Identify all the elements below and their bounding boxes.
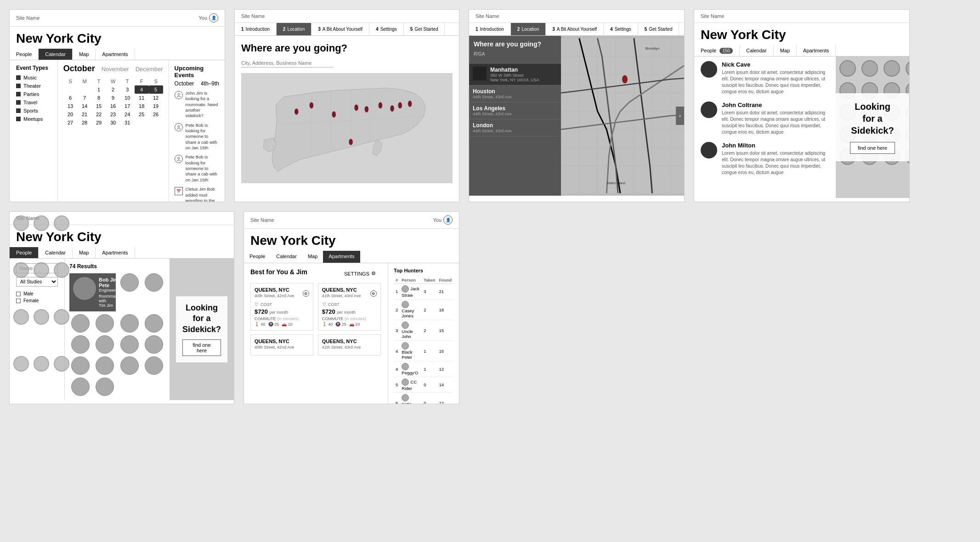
apt-icon-1: ⚙ [303,290,309,297]
event-parties[interactable]: Parties [16,91,51,97]
tab-location-3[interactable]: 2 Location [511,23,546,35]
panel2-header: Site Name [235,10,459,23]
location-houston[interactable]: Houston 44th Street, 43rd Ave [469,85,561,102]
location-input[interactable] [241,59,333,68]
find-sidekick-btn-5[interactable]: find one here [182,339,221,356]
promo-panel-5: Looking for a Sidekick? find one here [170,259,234,400]
location-los-angeles[interactable]: Los Angeles 44th Street, 43rd Ave [469,102,561,119]
apt-card-1[interactable]: QUEENS, NYC 40th Street, 42nd Ave ⚙ ♡ CO… [250,283,313,331]
nav-apartments-6[interactable]: Apartments [323,251,360,263]
user-icon-1: You 👤 [198,13,218,23]
apt-heart-2: ♡ COST [322,302,377,307]
loc-city-1: New York, NY 10018, USA [490,78,539,82]
apt-addr-3: 40th Street, 42nd Ave [255,345,309,350]
promo-text-4: Looking for a Sidekick? [842,101,903,136]
transit-map: Brooklyn Staten Island › [561,36,684,196]
hunter-avatar-4 [402,342,409,350]
tab-getstarted-3[interactable]: 5 Get Started [638,23,680,35]
tab-settings-2[interactable]: 4 Settings [369,23,404,35]
tab-getstarted-2[interactable]: 5 Get Started [404,23,445,35]
cal-header-sun: S [63,77,78,85]
nav-people-4[interactable]: People 150 [694,45,740,56]
tab-about-3[interactable]: 3 A Bit About Yourself [546,23,604,35]
user-icon-6: You 👤 [433,215,453,225]
heart-icon: ♡ [255,302,259,307]
site-name-6: Site Name [250,217,274,223]
col-found: Found [437,277,454,284]
panel-people-list: Site Name New York City People 150 Calen… [694,9,910,202]
location-london[interactable]: London 44th Street, 43rd Ave [469,119,561,136]
apt-card-3[interactable]: QUEENS, NYC 40th Street, 42nd Ave [250,334,313,356]
upcoming-event-1: John Jim is looking for a roommate. Need… [175,90,219,119]
settings-btn-6[interactable]: SETTINGS ⚙ [339,268,381,279]
nav-calendar-6[interactable]: Calendar [271,251,302,263]
next-month-2[interactable]: December [136,66,163,73]
tab-settings-3[interactable]: 4 Settings [604,23,638,35]
svg-point-2 [178,158,180,159]
apartments-main: Best for You & Jim SETTINGS ⚙ QUEENS, NY… [244,263,388,404]
panel-nyc-calendar: Site Name You 👤 New York City People Cal… [9,9,225,202]
cal-header-mon: M [78,77,92,85]
apt-commute-label-1: COMMUTE (in minutes) [255,316,309,321]
panel4-body: Nick Cave Lorem ipsum dolor sit amet, co… [694,56,909,198]
nav-map-1[interactable]: Map [73,49,96,60]
loc-name-1: Manhattan [490,67,539,73]
map-expand-btn[interactable]: › [676,107,684,125]
cal-day-4[interactable]: 4 [135,85,149,94]
nav-map-4[interactable]: Map [774,45,797,56]
avatar-john-coltrane [701,102,717,118]
person-icon-3 [175,155,183,163]
svg-point-0 [178,94,180,96]
event-theater[interactable]: Theater [16,83,51,89]
hunter-avatar-6 [402,378,409,386]
tab-introduction-3[interactable]: 1 Introduction [469,23,511,35]
wizard-tabs-3: 1 Introduction 2 Location 3 A Bit About … [469,23,684,36]
cal-header-thu: T [120,77,135,85]
nav-apartments-1[interactable]: Apartments [96,49,135,60]
tab-introduction-2[interactable]: 1 Introduction [235,23,277,35]
panel1-header: Site Name You 👤 [10,10,225,27]
person-icon-1 [175,91,183,99]
upcoming-event-4: 📅 Cletus Jim Bob added mud wrestling to … [175,186,219,202]
upcoming-text-4: Cletus Jim Bob added mud wrestling to th… [186,186,219,202]
next-month-1[interactable]: November [102,66,129,73]
nav-calendar-4[interactable]: Calendar [740,45,774,56]
event-travel[interactable]: Travel [16,100,51,105]
tab-location-2[interactable]: 2 Location [277,23,312,35]
bio-nick-cave: Lorem ipsum dolor sit amet, consectetur … [722,69,829,95]
cal-header-fri: F [135,77,149,85]
month-selector: October November December [63,64,163,73]
event-sports[interactable]: Sports [16,108,51,113]
nav-map-6[interactable]: Map [302,251,323,263]
cal-week-4: 202122 23242526 [63,110,163,119]
cal-header-wed: W [106,77,120,85]
user-avatar-1: 👤 [209,13,218,23]
current-month[interactable]: October [63,64,95,73]
svg-point-1 [178,125,180,127]
wizard-tabs-2: 1 Introduction 2 Location 3 A Bit About … [235,23,459,36]
site-name-4: Site Name [701,13,724,19]
apt-commute-1: 🚶 40 🚇 25 🚗 10 [255,322,309,327]
apt-icon-2: ⚙ [370,290,377,297]
location-manhattan[interactable]: Manhattan 350 W 39th Street New York, NY… [469,64,561,85]
nav-people-1[interactable]: People [10,49,39,60]
cal-day-5[interactable]: 5 [149,85,163,94]
upcoming-title: Upcoming Events [175,65,219,79]
event-music[interactable]: Music [16,75,51,80]
nav-calendar-1[interactable]: Calendar [39,49,73,60]
cal-week-2: 678 9101112 [63,94,163,102]
find-sidekick-btn-4[interactable]: find one here [850,142,895,154]
nav-people-6[interactable]: People [244,251,271,263]
apt-commute-2: 🚶 40 🚇 25 🚗 10 [322,322,377,327]
hunter-avatar-5 [402,363,409,370]
loc-addr-4: 44th Street, 43rd Ave [473,129,557,133]
p3-title: Where are you going? [474,40,556,48]
nav-apartments-4[interactable]: Apartments [797,45,836,56]
panel1-body: Event Types Music Theater Parties Travel… [10,60,225,202]
event-meetups[interactable]: Meetups [16,116,51,122]
upcoming-event-2: Pete Bob is looking for someone to share… [175,123,219,151]
tab-about-2[interactable]: 3 A Bit About Yourself [312,23,369,35]
apt-card-4[interactable]: QUEENS, NYC 41th Street, 43rd Ave [318,334,381,356]
upcoming-date-range: October 4th–9th [175,80,219,87]
apt-card-2[interactable]: QUEENS, NYC 41th Street, 43rd Ave ⚙ ♡ CO… [318,283,381,331]
